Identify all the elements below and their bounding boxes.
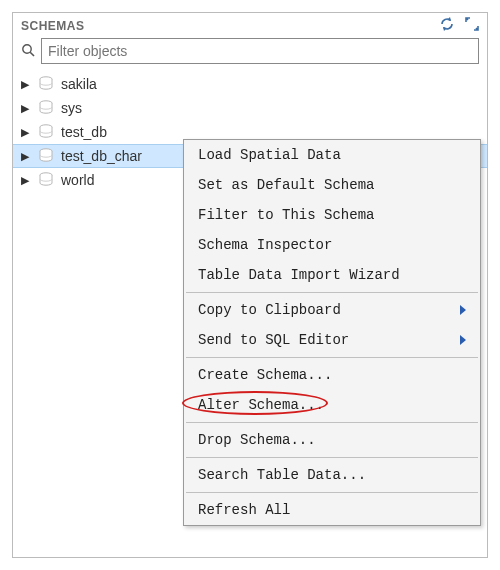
menu-separator [186,357,478,358]
schema-item[interactable]: ▶sakila [13,72,487,96]
menu-item[interactable]: Table Data Import Wizard [184,260,480,290]
menu-item-label: Schema Inspector [198,237,332,253]
menu-item[interactable]: Refresh All [184,495,480,525]
menu-item-label: Send to SQL Editor [198,332,349,348]
menu-item[interactable]: Copy to Clipboard [184,295,480,325]
menu-item-label: Copy to Clipboard [198,302,341,318]
expand-icon[interactable] [465,17,479,34]
filter-input[interactable] [41,38,479,64]
menu-item[interactable]: Set as Default Schema [184,170,480,200]
menu-item[interactable]: Schema Inspector [184,230,480,260]
menu-item-label: Table Data Import Wizard [198,267,400,283]
schema-item[interactable]: ▶sys [13,96,487,120]
expand-arrow-icon[interactable]: ▶ [21,102,33,115]
menu-item[interactable]: Alter Schema... [184,390,480,420]
menu-separator [186,457,478,458]
menu-item-label: Create Schema... [198,367,332,383]
panel-header: SCHEMAS [13,13,487,36]
menu-item-label: Refresh All [198,502,290,518]
search-row [13,36,487,70]
context-menu: Load Spatial DataSet as Default SchemaFi… [183,139,481,526]
menu-separator [186,292,478,293]
svg-line-1 [30,52,34,56]
menu-item-label: Drop Schema... [198,432,316,448]
search-icon [21,43,35,60]
menu-item[interactable]: Create Schema... [184,360,480,390]
menu-item-label: Filter to This Schema [198,207,374,223]
expand-arrow-icon[interactable]: ▶ [21,150,33,163]
database-icon [39,172,53,188]
header-icons [439,17,479,34]
database-icon [39,148,53,164]
menu-item[interactable]: Drop Schema... [184,425,480,455]
schema-label: test_db_char [61,148,142,164]
refresh-icon[interactable] [439,17,455,34]
svg-point-0 [23,44,31,52]
schema-label: sakila [61,76,97,92]
menu-item[interactable]: Filter to This Schema [184,200,480,230]
database-icon [39,100,53,116]
menu-separator [186,492,478,493]
menu-item[interactable]: Send to SQL Editor [184,325,480,355]
schema-label: sys [61,100,82,116]
panel-title: SCHEMAS [21,19,439,33]
expand-arrow-icon[interactable]: ▶ [21,126,33,139]
menu-item[interactable]: Search Table Data... [184,460,480,490]
menu-item-label: Set as Default Schema [198,177,374,193]
expand-arrow-icon[interactable]: ▶ [21,174,33,187]
schemas-panel: SCHEMAS [12,12,488,558]
menu-item-label: Search Table Data... [198,467,366,483]
menu-item-label: Alter Schema... [198,397,324,413]
schema-label: test_db [61,124,107,140]
expand-arrow-icon[interactable]: ▶ [21,78,33,91]
schema-label: world [61,172,94,188]
menu-separator [186,422,478,423]
menu-item[interactable]: Load Spatial Data [184,140,480,170]
menu-item-label: Load Spatial Data [198,147,341,163]
database-icon [39,76,53,92]
database-icon [39,124,53,140]
